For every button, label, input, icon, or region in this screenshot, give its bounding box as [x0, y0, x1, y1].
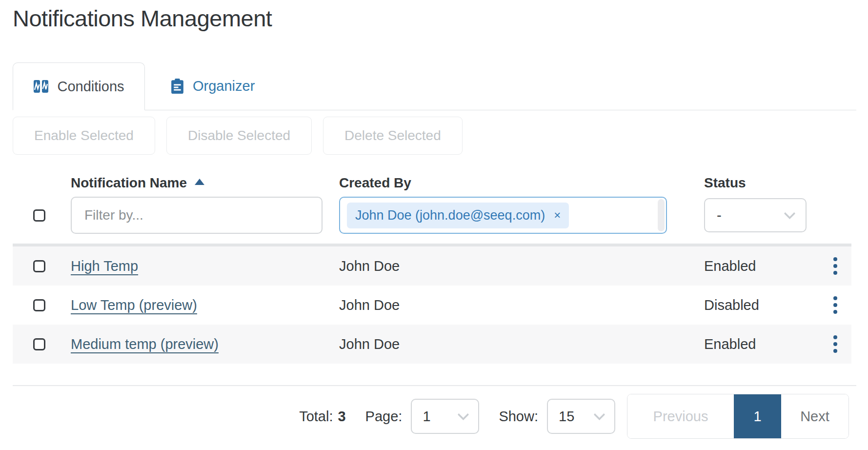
footer-divider	[13, 385, 856, 386]
bulk-actions: Enable Selected Disable Selected Delete …	[13, 117, 868, 155]
select-all-checkbox[interactable]	[33, 209, 45, 222]
table-row: Low Temp (preview) John Doe Disabled	[13, 286, 851, 325]
page-title: Notifications Management	[13, 5, 868, 32]
row-menu-kebab-icon[interactable]	[829, 253, 841, 279]
notifications-management-page: Notifications Management Conditions	[0, 0, 868, 439]
table-body: High Temp John Doe Enabled Low Temp (pre…	[13, 246, 851, 364]
organizer-icon	[170, 78, 184, 94]
status-value: Enabled	[704, 258, 829, 274]
delete-selected-button[interactable]: Delete Selected	[323, 117, 463, 155]
page-select-value: 1	[423, 409, 430, 425]
notification-link[interactable]: Low Temp (preview)	[71, 297, 197, 313]
notifications-table: Notification Name Created By Status J	[13, 166, 851, 364]
enable-selected-button[interactable]: Enable Selected	[13, 117, 155, 155]
notification-link[interactable]: Medium temp (preview)	[71, 336, 219, 352]
tab-conditions[interactable]: Conditions	[13, 62, 145, 110]
tab-organizer[interactable]: Organizer	[145, 62, 280, 110]
table-filter-row: John Doe (john.doe@seeq.com) × -	[13, 197, 851, 234]
row-menu-kebab-icon[interactable]	[829, 331, 841, 357]
total-value: 3	[338, 409, 345, 425]
status-filter-value: -	[717, 207, 722, 224]
show-select[interactable]: 15	[547, 399, 615, 434]
scrollbar-track	[658, 199, 665, 231]
total-label: Total:	[299, 409, 333, 425]
column-header-created-by[interactable]: Created By	[339, 175, 704, 191]
table-header-row: Notification Name Created By Status	[13, 166, 851, 191]
conditions-icon	[33, 79, 49, 94]
page-select[interactable]: 1	[411, 399, 479, 434]
tab-bar: Conditions Organizer	[13, 62, 856, 110]
next-page-button[interactable]: Next	[781, 394, 848, 438]
disable-selected-button[interactable]: Disable Selected	[166, 117, 312, 155]
current-page-button[interactable]: 1	[734, 394, 781, 438]
page-label: Page:	[365, 409, 403, 425]
status-value: Enabled	[704, 336, 829, 352]
notification-link[interactable]: High Temp	[71, 258, 138, 274]
chevron-down-icon	[784, 207, 795, 219]
table-footer: Total: 3 Page: 1 Show: 15 Previous 1 Nex…	[13, 394, 849, 439]
created-by-token: John Doe (john.doe@seeq.com) ×	[347, 203, 569, 228]
created-by-token-label: John Doe (john.doe@seeq.com)	[355, 208, 545, 223]
table-row: Medium temp (preview) John Doe Enabled	[13, 325, 851, 364]
row-checkbox[interactable]	[33, 338, 45, 350]
show-label: Show:	[499, 409, 538, 425]
table-row: High Temp John Doe Enabled	[13, 246, 851, 286]
row-menu-kebab-icon[interactable]	[829, 292, 841, 318]
created-by-filter-select[interactable]: John Doe (john.doe@seeq.com) ×	[339, 197, 667, 234]
status-filter-select[interactable]: -	[704, 198, 807, 232]
tab-conditions-label: Conditions	[57, 79, 124, 95]
show-select-value: 15	[559, 409, 574, 425]
previous-page-button[interactable]: Previous	[627, 394, 734, 438]
sort-ascending-icon	[195, 179, 204, 185]
notification-name-filter-input[interactable]	[71, 197, 323, 234]
created-by-value: John Doe	[339, 336, 704, 352]
chevron-down-icon	[593, 409, 605, 420]
chevron-down-icon	[458, 409, 469, 420]
row-checkbox[interactable]	[33, 299, 45, 311]
column-header-status: Status	[704, 175, 829, 191]
row-checkbox[interactable]	[33, 260, 45, 272]
column-header-notification-name[interactable]: Notification Name	[71, 175, 339, 191]
status-value: Disabled	[704, 297, 829, 313]
pagination: Previous 1 Next	[627, 394, 849, 439]
created-by-value: John Doe	[339, 297, 704, 313]
created-by-value: John Doe	[339, 258, 704, 274]
remove-token-icon[interactable]: ×	[554, 209, 561, 221]
tab-organizer-label: Organizer	[193, 78, 255, 94]
